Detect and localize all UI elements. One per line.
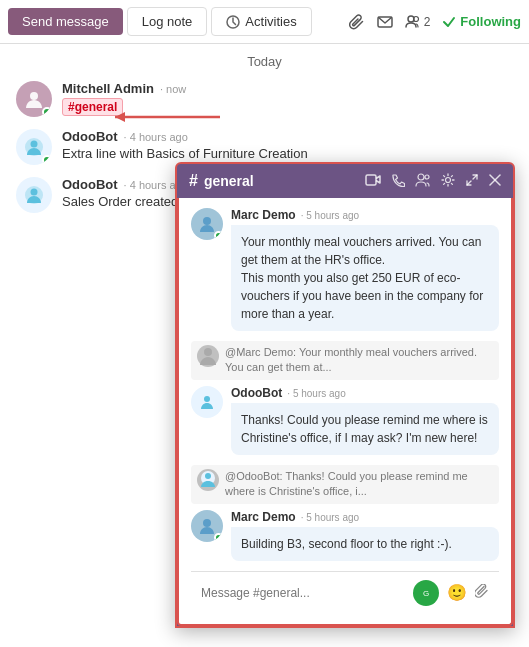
msg-time: · 4 hours ago — [124, 131, 188, 143]
popup-msg-content: Marc Demo · 5 hours ago Your monthly mea… — [231, 208, 499, 331]
popup-channel-name: general — [204, 173, 359, 189]
channel-tag[interactable]: #general — [62, 98, 123, 116]
svg-point-8 — [31, 141, 38, 148]
activities-label: Activities — [245, 14, 296, 29]
popup-msg-author: Marc Demo — [231, 510, 296, 524]
reply-text: @OdooBot: Thanks! Could you please remin… — [225, 469, 493, 500]
input-icons: G 🙂 — [413, 580, 489, 606]
online-dot — [42, 155, 52, 165]
popup-msg-content: OdooBot · 5 hours ago Thanks! Could you … — [231, 386, 499, 455]
msg-author: OdooBot — [62, 177, 118, 192]
svg-point-14 — [446, 177, 451, 182]
popup-msg-time: · 5 hours ago — [301, 210, 359, 221]
avatar — [191, 510, 223, 542]
expand-icon[interactable] — [465, 173, 479, 190]
people-icon[interactable] — [415, 173, 431, 190]
activities-tab[interactable]: Activities — [211, 7, 311, 36]
channel-popup: # general — [175, 162, 515, 628]
popup-msg-author: OdooBot — [231, 386, 282, 400]
toolbar-right: 2 Following — [349, 14, 521, 30]
followers-button[interactable]: 2 — [405, 14, 431, 30]
svg-text:G: G — [423, 589, 429, 598]
mail-icon[interactable] — [377, 14, 393, 30]
svg-point-13 — [425, 175, 429, 179]
msg-header: OdooBot · 4 hours ago — [62, 129, 513, 144]
following-label: Following — [460, 14, 521, 29]
clock-icon — [226, 15, 240, 29]
reply-preview: @OdooBot: Thanks! Could you please remin… — [191, 465, 499, 504]
avatar — [16, 177, 52, 213]
reply-avatar — [197, 469, 219, 491]
svg-point-4 — [30, 92, 38, 100]
send-message-button[interactable]: Send message — [8, 8, 123, 35]
msg-author: Mitchell Admin — [62, 81, 154, 96]
avatar — [16, 81, 52, 117]
svg-point-22 — [204, 396, 210, 402]
emoji-icon[interactable]: 🙂 — [447, 583, 467, 602]
popup-msg-time: · 5 hours ago — [287, 388, 345, 399]
message-input[interactable] — [201, 586, 405, 600]
msg-author: OdooBot — [62, 129, 118, 144]
popup-msg-header: Marc Demo · 5 hours ago — [231, 208, 499, 222]
msg-content: Mitchell Admin · now #general — [62, 81, 513, 116]
settings-icon[interactable] — [441, 173, 455, 190]
popup-msg-header: OdooBot · 5 hours ago — [231, 386, 499, 400]
close-icon[interactable] — [489, 174, 501, 189]
svg-point-20 — [204, 348, 212, 356]
paperclip-icon[interactable] — [349, 14, 365, 30]
popup-msg-header: Marc Demo · 5 hours ago — [231, 510, 499, 524]
svg-point-24 — [205, 473, 211, 479]
online-dot — [214, 533, 223, 542]
followers-count: 2 — [424, 15, 431, 29]
log-note-button[interactable]: Log note — [127, 7, 208, 36]
video-icon[interactable] — [365, 174, 381, 189]
hash-icon: # — [189, 172, 198, 190]
msg-body: #general — [62, 98, 513, 116]
msg-header: Mitchell Admin · now — [62, 81, 513, 96]
avatar — [191, 386, 223, 418]
online-dot — [42, 107, 52, 117]
msg-time: · now — [160, 83, 186, 95]
svg-rect-11 — [366, 175, 376, 185]
toolbar: Send message Log note Activities — [0, 0, 529, 44]
popup-header-icons — [365, 173, 501, 190]
avatar — [191, 208, 223, 240]
avatar — [16, 129, 52, 165]
popup-msg-author: Marc Demo — [231, 208, 296, 222]
msg-body: Extra line with Basics of Furniture Crea… — [62, 146, 513, 161]
popup-msg-bubble: Building B3, second floor to the right :… — [231, 527, 499, 561]
popup-msg-time: · 5 hours ago — [301, 512, 359, 523]
message-row: OdooBot · 4 hours ago Extra line with Ba… — [16, 129, 513, 165]
popup-msg-content: Marc Demo · 5 hours ago Building B3, sec… — [231, 510, 499, 561]
popup-header: # general — [177, 164, 513, 198]
popup-message-row: Marc Demo · 5 hours ago Building B3, sec… — [191, 510, 499, 561]
popup-msg-bubble: Thanks! Could you please remind me where… — [231, 403, 499, 455]
popup-message-row: Marc Demo · 5 hours ago Your monthly mea… — [191, 208, 499, 331]
attachment-icon[interactable] — [475, 584, 489, 601]
svg-point-19 — [203, 217, 211, 225]
reply-text: @Marc Demo: Your monthly meal vouchers a… — [225, 345, 493, 376]
popup-msg-bubble: Your monthly meal vouchers arrived. You … — [231, 225, 499, 331]
msg-content: OdooBot · 4 hours ago Extra line with Ba… — [62, 129, 513, 161]
message-row: Mitchell Admin · now #general — [16, 81, 513, 117]
popup-message-row: OdooBot · 5 hours ago Thanks! Could you … — [191, 386, 499, 455]
send-button[interactable]: G — [413, 580, 439, 606]
svg-point-10 — [31, 189, 38, 196]
svg-point-12 — [418, 174, 424, 180]
today-label: Today — [16, 54, 513, 69]
reply-avatar — [197, 345, 219, 367]
popup-input-area: G 🙂 — [191, 571, 499, 614]
svg-point-25 — [203, 519, 211, 527]
following-button[interactable]: Following — [442, 14, 521, 29]
online-dot — [214, 231, 223, 240]
reply-preview: @Marc Demo: Your monthly meal vouchers a… — [191, 341, 499, 380]
phone-icon[interactable] — [391, 173, 405, 190]
popup-body: Marc Demo · 5 hours ago Your monthly mea… — [177, 198, 513, 626]
